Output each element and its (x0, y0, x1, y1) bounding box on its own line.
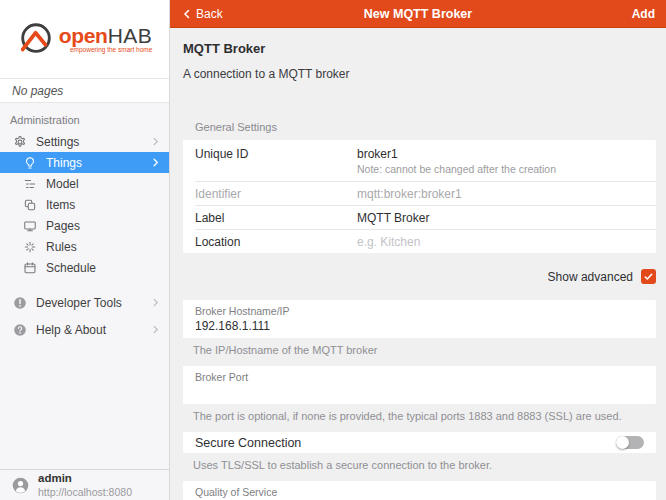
page-header-title: New MQTT Broker (170, 7, 666, 21)
user-name: admin (38, 472, 132, 486)
location-row: Location e.g. Kitchen (183, 229, 656, 253)
general-settings-label: General Settings (183, 121, 656, 133)
label-field[interactable]: MQTT Broker (357, 210, 644, 225)
openhab-admin-window: openHAB empowering the smart home No pag… (0, 0, 666, 500)
broker-port-field[interactable]: Broker Port (183, 366, 656, 404)
label-row: Label MQTT Broker (183, 205, 656, 229)
identifier-label: Identifier (195, 186, 357, 201)
sidebar-item-things[interactable]: Things (0, 152, 169, 173)
brand-hab: HAB (108, 24, 153, 47)
sidebar-item-rules[interactable]: Rules (0, 236, 169, 257)
general-settings-card: Unique ID broker1 Note: cannot be change… (183, 140, 656, 253)
sidebar-item-label: Items (46, 198, 161, 212)
question-circle-icon (13, 323, 27, 337)
broker-port-label: Broker Port (195, 371, 644, 384)
sidebar-item-label: Rules (46, 240, 161, 254)
sidebar-item-developer-tools[interactable]: Developer Tools (0, 292, 169, 313)
broker-hostname-field[interactable]: Broker Hostname/IP 192.168.1.111 (183, 300, 656, 338)
location-label: Location (195, 234, 357, 249)
nav-section-label: Administration (0, 108, 169, 131)
form-content: MQTT Broker A connection to a MQTT broke… (170, 41, 666, 500)
sidebar: openHAB empowering the smart home No pag… (0, 0, 170, 500)
copy-icon (23, 198, 37, 212)
sidebar-item-label: Help & About (36, 323, 150, 337)
back-label: Back (196, 7, 223, 21)
lightbulb-icon (23, 156, 37, 170)
no-pages-placeholder: No pages (0, 78, 169, 103)
broker-port-value (195, 384, 644, 400)
chevron-right-icon (150, 324, 161, 335)
main-panel: Back New MQTT Broker Add MQTT Broker A c… (170, 0, 666, 500)
sidebar-item-label: Developer Tools (36, 296, 150, 310)
location-field[interactable]: e.g. Kitchen (357, 234, 644, 249)
sidebar-item-items[interactable]: Items (0, 194, 169, 215)
qos-card: Quality of Service At most once (0) At l… (183, 481, 656, 500)
user-server-url: http://localhost:8080 (38, 486, 132, 499)
broker-hostname-label: Broker Hostname/IP (195, 305, 644, 318)
secure-connection-toggle[interactable] (616, 436, 644, 449)
brand-tagline: empowering the smart home (59, 47, 153, 54)
sidebar-item-help-about[interactable]: Help & About (0, 319, 169, 340)
unique-id-field[interactable]: broker1 Note: cannot be changed after th… (357, 146, 644, 175)
thing-type-description: A connection to a MQTT broker (183, 67, 656, 81)
user-account[interactable]: admin http://localhost:8080 (0, 469, 169, 500)
thing-type-title: MQTT Broker (183, 41, 656, 56)
broker-port-help: The port is optional, if none is provide… (193, 410, 656, 423)
check-icon (643, 271, 654, 282)
sidebar-item-model[interactable]: Model (0, 173, 169, 194)
monitor-icon (23, 219, 37, 233)
show-advanced-label: Show advanced (548, 270, 633, 284)
sidebar-nav: Administration Settings (0, 103, 169, 340)
unique-id-row: Unique ID broker1 Note: cannot be change… (183, 140, 656, 181)
spark-icon (23, 240, 37, 254)
openhab-logo-icon (17, 20, 55, 58)
identifier-row: Identifier mqtt:broker:broker1 (183, 181, 656, 205)
sidebar-item-label: Pages (46, 219, 161, 233)
unique-id-note: Note: cannot be changed after the creati… (357, 163, 644, 175)
chevron-right-icon (150, 297, 161, 308)
secure-connection-help: Uses TLS/SSL to establish a secure conne… (193, 459, 656, 472)
model-tree-icon (23, 177, 37, 191)
chevron-left-icon (181, 8, 193, 20)
sidebar-item-pages[interactable]: Pages (0, 215, 169, 236)
exclamation-circle-icon (13, 296, 27, 310)
broker-hostname-help: The IP/Hostname of the MQTT broker (193, 344, 656, 357)
qos-label: Quality of Service (183, 486, 656, 499)
sidebar-item-label: Things (46, 156, 150, 170)
openhab-logo[interactable]: openHAB empowering the smart home (17, 20, 153, 58)
sidebar-item-schedule[interactable]: Schedule (0, 257, 169, 278)
secure-connection-row: Secure Connection (183, 432, 656, 453)
identifier-value: mqtt:broker:broker1 (357, 186, 644, 201)
person-avatar-icon (12, 477, 29, 494)
secure-connection-label: Secure Connection (195, 436, 301, 450)
chevron-right-icon (150, 136, 161, 147)
topbar: Back New MQTT Broker Add (170, 0, 666, 28)
show-advanced-checkbox[interactable] (641, 269, 656, 284)
brand-text: openHAB empowering the smart home (59, 25, 153, 54)
label-label: Label (195, 210, 357, 225)
sidebar-item-label: Settings (36, 135, 150, 149)
gear-icon (13, 135, 27, 149)
sidebar-item-settings[interactable]: Settings (0, 131, 169, 152)
broker-hostname-value: 192.168.1.111 (195, 318, 644, 334)
calendar-icon (23, 261, 37, 275)
unique-id-label: Unique ID (195, 146, 357, 175)
logo-area: openHAB empowering the smart home (0, 0, 169, 78)
brand-open: open (59, 24, 108, 47)
sidebar-item-label: Model (46, 177, 161, 191)
show-advanced-row: Show advanced (183, 269, 656, 284)
back-button[interactable]: Back (181, 7, 223, 21)
toggle-knob (616, 436, 629, 449)
add-button[interactable]: Add (632, 7, 655, 21)
sidebar-item-label: Schedule (46, 261, 161, 275)
unique-id-value: broker1 (357, 147, 644, 161)
chevron-right-icon (150, 157, 161, 168)
